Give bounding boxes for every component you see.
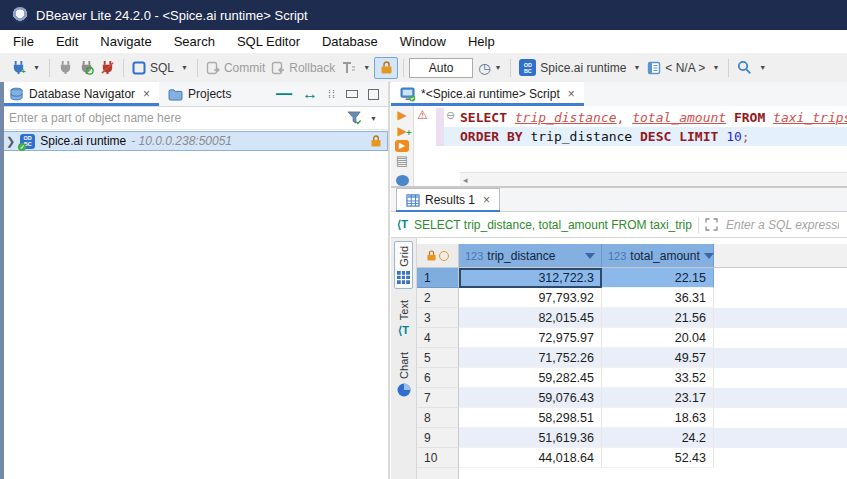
- active-schema-button[interactable]: < N/A >: [644, 59, 708, 77]
- cell-trip-distance[interactable]: 51,619.36: [459, 428, 602, 448]
- tab-sql-script[interactable]: *<Spice.ai runtime> Script ×: [391, 82, 584, 106]
- code-line-1[interactable]: SELECT trip_distance, total_amount FROM …: [460, 108, 847, 127]
- row-header-1[interactable]: 1: [417, 268, 459, 288]
- cell-trip-distance[interactable]: 71,752.26: [459, 348, 602, 368]
- sql-expression-input[interactable]: [724, 217, 841, 233]
- sql-editor-button[interactable]: SQL: [129, 59, 177, 77]
- filter-funnel-icon[interactable]: [347, 111, 362, 125]
- table-row-7[interactable]: 759,076.4323.17: [417, 388, 847, 408]
- cell-total-amount[interactable]: 33.52: [602, 368, 714, 388]
- active-connection-button[interactable]: ODBC Spice.ai runtime: [516, 57, 629, 78]
- cell-trip-distance[interactable]: 97,793.92: [459, 288, 602, 308]
- filter-dropdown[interactable]: ▼: [366, 115, 381, 122]
- cell-total-amount[interactable]: 36.31: [602, 288, 714, 308]
- maximize-panel-icon[interactable]: [368, 89, 379, 100]
- row-header-8[interactable]: 8: [417, 408, 459, 428]
- row-header-4[interactable]: 4: [417, 328, 459, 348]
- menu-item-sql-editor[interactable]: SQL Editor: [237, 34, 300, 49]
- connect-button[interactable]: [55, 58, 76, 77]
- commit-mode-combo[interactable]: Auto: [409, 58, 473, 78]
- row-header-6[interactable]: 6: [417, 368, 459, 388]
- active-schema-dropdown[interactable]: ▼: [708, 64, 723, 71]
- column-header-trip-distance[interactable]: 123 trip_distance: [459, 244, 602, 267]
- execute-statement-icon[interactable]: ▶: [397, 108, 406, 122]
- cell-total-amount[interactable]: 49.57: [602, 348, 714, 368]
- editor-horizontal-scrollbar[interactable]: ◂: [460, 172, 847, 186]
- close-script-tab-icon[interactable]: ×: [568, 88, 575, 100]
- close-results-tab-icon[interactable]: ×: [483, 194, 490, 206]
- fold-collapse-icon[interactable]: ⊖: [446, 109, 455, 122]
- side-tab-text[interactable]: Text ⟨T: [396, 296, 412, 341]
- sort-arrow-icon[interactable]: [585, 253, 595, 259]
- cell-trip-distance[interactable]: 72,975.97: [459, 328, 602, 348]
- explain-plan-icon[interactable]: ▤: [396, 154, 408, 167]
- commit-button[interactable]: Commit: [203, 59, 268, 77]
- menu-item-navigate[interactable]: Navigate: [100, 34, 151, 49]
- cell-total-amount[interactable]: 23.17: [602, 388, 714, 408]
- minimize-view-icon[interactable]: —: [276, 85, 292, 103]
- table-row-8[interactable]: 858,298.5118.63: [417, 408, 847, 428]
- object-filter-input[interactable]: [7, 110, 343, 126]
- cell-trip-distance[interactable]: 58,298.51: [459, 408, 602, 428]
- search-dropdown[interactable]: ▼: [755, 64, 770, 71]
- tree-item-connection[interactable]: ❯ ODBC✓ Spice.ai runtime - 10.0.0.238:50…: [0, 131, 388, 151]
- tab-database-navigator[interactable]: Database Navigator ×: [0, 82, 159, 106]
- menu-item-window[interactable]: Window: [400, 34, 446, 49]
- table-row-3[interactable]: 382,015.4521.56: [417, 308, 847, 328]
- cell-total-amount[interactable]: 24.2: [602, 428, 714, 448]
- cell-trip-distance[interactable]: 44,018.64: [459, 448, 602, 468]
- cell-total-amount[interactable]: 18.63: [602, 408, 714, 428]
- table-row-2[interactable]: 297,793.9236.31: [417, 288, 847, 308]
- close-database-navigator-icon[interactable]: ×: [143, 88, 150, 100]
- side-tab-chart[interactable]: Chart: [395, 348, 413, 401]
- cell-total-amount[interactable]: 22.15: [602, 268, 714, 288]
- tab-results-1[interactable]: Results 1 ×: [396, 188, 500, 211]
- row-header-7[interactable]: 7: [417, 388, 459, 408]
- reconnect-button[interactable]: [76, 58, 97, 77]
- code-lines[interactable]: SELECT trip_distance, total_amount FROM …: [460, 106, 847, 172]
- grid-corner-cell[interactable]: [417, 244, 459, 267]
- execute-script-icon[interactable]: ▶: [395, 140, 409, 152]
- new-connection-dropdown[interactable]: ▼: [29, 64, 44, 71]
- column-header-total-amount[interactable]: 123 total_amount: [602, 244, 714, 267]
- statistics-icon[interactable]: [396, 175, 409, 186]
- execute-new-tab-icon[interactable]: ▶+: [397, 124, 406, 138]
- disconnect-button[interactable]: [97, 58, 118, 77]
- transaction-log-dropdown[interactable]: ▼: [490, 64, 505, 71]
- sql-editor-dropdown[interactable]: ▼: [177, 64, 192, 71]
- menu-item-help[interactable]: Help: [468, 34, 495, 49]
- row-header-9[interactable]: 9: [417, 428, 459, 448]
- search-button[interactable]: [734, 58, 755, 77]
- menu-item-database[interactable]: Database: [322, 34, 378, 49]
- table-row-6[interactable]: 659,282.4533.52: [417, 368, 847, 388]
- cell-trip-distance[interactable]: 59,282.45: [459, 368, 602, 388]
- menu-item-edit[interactable]: Edit: [56, 34, 78, 49]
- expand-panel-icon[interactable]: [705, 218, 718, 231]
- table-row-9[interactable]: 951,619.3624.2: [417, 428, 847, 448]
- active-connection-dropdown[interactable]: ▼: [629, 64, 644, 71]
- table-row-1[interactable]: 1312,722.322.15: [417, 268, 847, 288]
- table-row-5[interactable]: 571,752.2649.57: [417, 348, 847, 368]
- row-header-2[interactable]: 2: [417, 288, 459, 308]
- connection-lock-button[interactable]: [374, 57, 398, 79]
- row-header-3[interactable]: 3: [417, 308, 459, 328]
- code-line-2[interactable]: ORDER BY trip_distance DESC LIMIT 10;: [444, 127, 847, 146]
- rollback-button[interactable]: Rollback: [268, 59, 338, 77]
- scroll-left-arrow-icon[interactable]: ◂: [463, 175, 468, 185]
- cell-trip-distance[interactable]: 82,015.45: [459, 308, 602, 328]
- cell-total-amount[interactable]: 52.43: [602, 448, 714, 468]
- table-row-10[interactable]: 1044,018.6452.43: [417, 448, 847, 468]
- cell-total-amount[interactable]: 21.56: [602, 308, 714, 328]
- cell-trip-distance[interactable]: 312,722.3: [459, 268, 602, 288]
- cell-total-amount[interactable]: 20.04: [602, 328, 714, 348]
- table-row-4[interactable]: 472,975.9720.04: [417, 328, 847, 348]
- link-editor-icon[interactable]: ↔: [302, 85, 318, 103]
- menu-item-search[interactable]: Search: [174, 34, 215, 49]
- new-connection-button[interactable]: +: [8, 58, 29, 77]
- transaction-log-icon[interactable]: ◷: [478, 60, 490, 76]
- row-header-5[interactable]: 5: [417, 348, 459, 368]
- row-header-10[interactable]: 10: [417, 448, 459, 468]
- view-menu-dots-icon[interactable]: ⁞⁞: [328, 88, 336, 100]
- cell-trip-distance[interactable]: 59,076.43: [459, 388, 602, 408]
- minimize-panel-icon[interactable]: [346, 90, 358, 98]
